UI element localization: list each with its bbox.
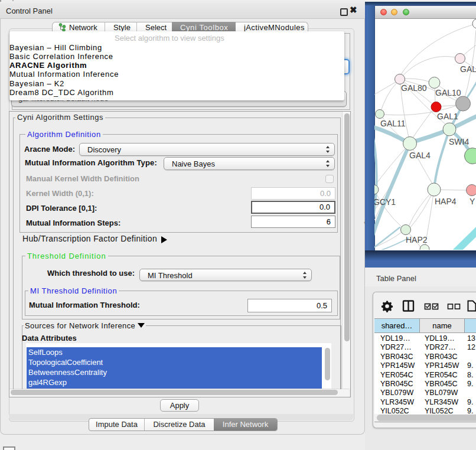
svg-text:GAL4: GAL4 <box>409 151 431 160</box>
svg-text:GAL80: GAL80 <box>401 83 427 93</box>
svg-text:GAL7: GAL7 <box>460 64 476 74</box>
svg-text:HAP2: HAP2 <box>406 235 428 244</box>
svg-text:HAP4: HAP4 <box>435 197 457 206</box>
svg-text:GAL10: GAL10 <box>435 88 461 97</box>
svg-text:SWI4: SWI4 <box>449 137 469 146</box>
svg-text:GAL1: GAL1 <box>437 112 458 121</box>
svg-text:GCY1: GCY1 <box>374 197 396 207</box>
svg-text:Y: Y <box>470 197 475 206</box>
svg-text:GAL11: GAL11 <box>380 119 406 128</box>
